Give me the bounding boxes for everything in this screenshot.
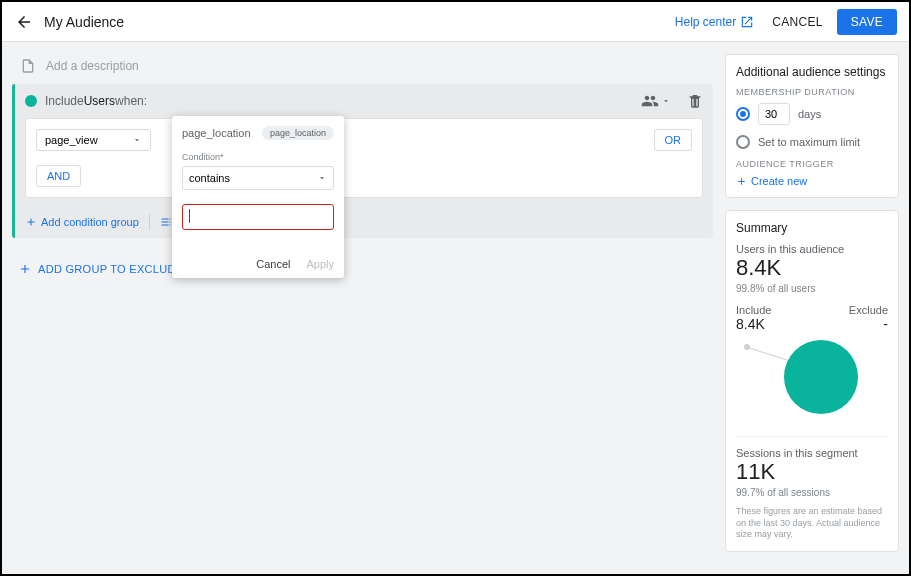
include-dot-icon	[25, 95, 37, 107]
separator	[149, 214, 150, 230]
builder-column: Add a description Include Users when:	[2, 42, 725, 576]
description-icon	[20, 58, 36, 74]
plus-icon	[18, 262, 32, 276]
help-center-label: Help center	[675, 15, 736, 29]
create-trigger-button[interactable]: Create new	[736, 175, 888, 187]
add-exclude-group-button[interactable]: ADD GROUP TO EXCLUDE	[12, 246, 713, 292]
operator-select[interactable]: contains	[182, 166, 334, 190]
exclude-label: Exclude	[849, 304, 888, 316]
summary-panel: Summary Users in this audience 8.4K 99.8…	[725, 210, 899, 552]
popover-title: page_location	[182, 127, 251, 139]
event-name: page_view	[45, 134, 98, 146]
right-rail: Additional audience settings MEMBERSHIP …	[725, 42, 909, 576]
save-button[interactable]: SAVE	[837, 9, 897, 35]
trash-icon	[687, 93, 703, 109]
header: My Audience Help center CANCEL SAVE	[2, 2, 909, 42]
users-value: 8.4K	[736, 255, 888, 281]
popover-cancel-button[interactable]: Cancel	[256, 258, 290, 270]
chevron-down-icon	[132, 135, 142, 145]
page-title: My Audience	[44, 14, 675, 30]
radio-unchecked-icon	[736, 135, 750, 149]
help-center-link[interactable]: Help center	[675, 15, 754, 29]
estimate-note: These figures are an estimate based on t…	[736, 506, 888, 541]
duration-label: MEMBERSHIP DURATION	[736, 87, 888, 97]
description-row[interactable]: Add a description	[12, 54, 713, 84]
description-placeholder: Add a description	[46, 59, 139, 73]
divider	[736, 436, 888, 437]
parameter-popover: page_location page_location Condition* c…	[172, 116, 344, 278]
value-input[interactable]	[182, 204, 334, 230]
plus-icon	[25, 216, 37, 228]
condition-field-label: Condition*	[182, 152, 334, 162]
add-condition-group-button[interactable]: Add condition group	[25, 216, 139, 228]
operator-value: contains	[189, 172, 230, 184]
main-area: Add a description Include Users when:	[2, 42, 909, 576]
text-cursor	[189, 209, 190, 223]
duration-unit: days	[798, 108, 821, 120]
max-limit-label: Set to maximum limit	[758, 136, 860, 148]
settings-panel: Additional audience settings MEMBERSHIP …	[725, 54, 899, 198]
open-in-new-icon	[740, 15, 754, 29]
scope-dropdown[interactable]	[641, 92, 671, 110]
sessions-percent: 99.7% of all sessions	[736, 487, 888, 498]
include-condition-card: Include Users when: page_view OR	[12, 84, 713, 238]
include-circle-icon	[784, 340, 858, 414]
radio-checked-icon	[736, 107, 750, 121]
chevron-down-icon	[661, 96, 671, 106]
cancel-button[interactable]: CANCEL	[772, 15, 822, 29]
include-text-suffix: when:	[115, 94, 147, 108]
duration-days-option[interactable]: days	[736, 103, 888, 125]
card-footer: Add condition group Ad	[15, 208, 713, 238]
users-percent: 99.8% of all users	[736, 283, 888, 294]
venn-chart	[736, 336, 888, 426]
sequence-icon	[160, 216, 172, 228]
back-arrow-icon[interactable]	[14, 13, 34, 31]
trigger-label: AUDIENCE TRIGGER	[736, 159, 888, 169]
include-scope-word: Users	[84, 94, 115, 108]
include-value: 8.4K	[736, 316, 765, 332]
condition-header: Include Users when:	[15, 84, 713, 118]
sessions-label: Sessions in this segment	[736, 447, 888, 459]
parameter-tag: page_location	[262, 126, 334, 140]
or-button[interactable]: OR	[654, 129, 693, 151]
sessions-value: 11K	[736, 459, 888, 485]
condition-body: page_view OR AND	[25, 118, 703, 198]
exclude-value: -	[883, 316, 888, 332]
and-button[interactable]: AND	[36, 165, 81, 187]
duration-input[interactable]	[758, 103, 790, 125]
include-text-prefix: Include	[45, 94, 84, 108]
chevron-down-icon	[317, 173, 327, 183]
include-label: Include	[736, 304, 771, 316]
delete-condition-button[interactable]	[687, 93, 703, 109]
duration-max-option[interactable]: Set to maximum limit	[736, 135, 888, 149]
plus-icon	[736, 176, 747, 187]
user-group-icon	[641, 92, 659, 110]
event-selector[interactable]: page_view	[36, 129, 151, 151]
summary-title: Summary	[736, 221, 888, 235]
settings-title: Additional audience settings	[736, 65, 888, 79]
users-label: Users in this audience	[736, 243, 888, 255]
popover-apply-button: Apply	[306, 258, 334, 270]
